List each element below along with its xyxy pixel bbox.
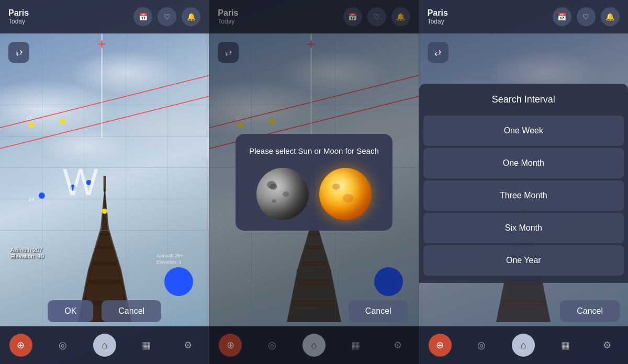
heart-icon[interactable]: ♡ [158,7,176,26]
nav-home[interactable]: ⌂ [93,334,116,357]
cancel-button[interactable]: Cancel [102,300,161,322]
interval-option-three-month[interactable]: Three Month [423,180,624,211]
date-label-3: Today [428,18,553,25]
bottom-nav: ⊕ ◎ ⌂ ▦ ⚙ [0,326,209,364]
city-label-3: Paris [428,8,553,18]
heart-icon-3[interactable]: ♡ [577,7,596,26]
header: Paris Today 📅 ♡ 🔔 [0,0,209,33]
grid-line [0,230,209,231]
date-label: Today [8,18,133,25]
dialog-options [246,168,382,220]
header-icons: 📅 ♡ 🔔 [133,7,200,26]
elevation-label: Elevation:-10 [10,253,44,259]
ok-button[interactable]: OK [48,300,93,322]
interval-option-six-month[interactable]: Six Month [423,213,624,243]
nav-compass-3[interactable]: ◎ [470,334,493,357]
grid-line-v [42,33,42,326]
header-title-3: Paris Today [428,8,553,25]
calendar-icon-3[interactable]: 📅 [553,7,571,26]
nav-map-3[interactable]: ▦ [554,334,577,357]
nav-crosshair-3[interactable]: ⊕ [429,334,452,357]
back-button-3[interactable]: ⇄ [428,42,448,63]
bell-icon[interactable]: 🔔 [182,7,200,26]
panel-1: 27 94 W Azimuth:207 Elevation:-10 Azimut… [0,0,209,364]
back-button[interactable]: ⇄ [8,42,29,63]
sun-option[interactable] [319,168,372,220]
azimuth-label: Azimuth:207 [10,247,44,253]
panel-2: 27 Paris Today 📅 ♡ 🔔 ⇄ Please select Sun… [209,0,419,364]
bottom-nav-3: ⊕ ◎ ⌂ ▦ ⚙ [419,326,628,364]
grid-line [0,136,209,136]
interval-option-week[interactable]: One Week [423,116,624,146]
interval-panel: Search Interval One Week One Month Three… [419,84,628,283]
cancel-button-2[interactable]: Cancel [349,300,408,322]
interval-option-month[interactable]: One Month [423,148,624,178]
header-3: Paris Today 📅 ♡ 🔔 [419,0,628,33]
nav-compass[interactable]: ◎ [51,334,74,357]
ar-info: Azimuth:207 Elevation:-10 [10,247,44,259]
action-buttons: OK Cancel [0,300,209,322]
interval-title: Search Interval [419,84,628,116]
nav-home-3[interactable]: ⌂ [512,334,535,357]
moon-body[interactable] [256,168,309,220]
grid-line-v [126,33,126,326]
dialog-text: Please select Sun or Moon for Seach [246,146,382,155]
svg-rect-39 [502,301,544,305]
grid-line-v [84,33,84,326]
grid-line [0,167,209,168]
nav-settings-3[interactable]: ⚙ [596,334,619,357]
moon-indicator [164,267,193,296]
cancel-row-3: Cancel [560,300,620,322]
cancel-button-3[interactable]: Cancel [560,300,620,322]
nav-crosshair[interactable]: ⊕ [9,334,32,357]
moon-option[interactable] [256,168,309,220]
bell-icon-3[interactable]: 🔔 [601,7,620,26]
selection-dialog: Please select Sun or Moon for Seach [236,134,392,231]
grid-line [0,105,209,105]
header-icons-3: 📅 ♡ 🔔 [553,7,620,26]
interval-option-year[interactable]: One Year [423,245,624,276]
nav-settings[interactable]: ⚙ [176,334,199,357]
calendar-icon[interactable]: 📅 [133,7,152,26]
panel-3: Paris Today 📅 ♡ 🔔 ⇄ Search Interval One … [419,0,628,364]
header-title: Paris Today [8,8,133,25]
cancel-row: Cancel [349,300,408,322]
city-label: Paris [8,8,133,18]
sun-body[interactable] [319,168,372,220]
nav-map[interactable]: ▦ [135,334,158,357]
grid-line [0,199,209,199]
